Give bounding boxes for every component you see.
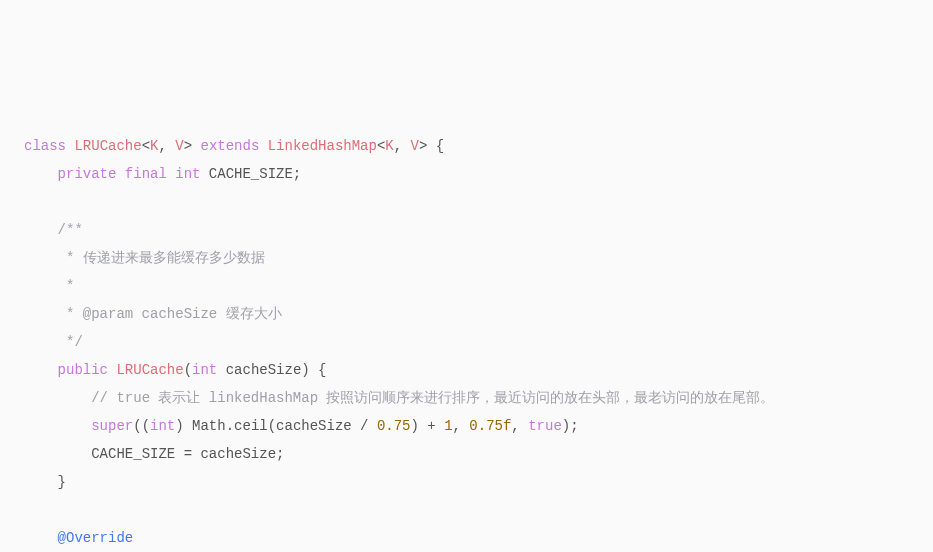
javadoc-close: */ bbox=[58, 334, 83, 350]
parent-class: LinkedHashMap bbox=[268, 138, 377, 154]
num-075f: 0.75f bbox=[469, 418, 511, 434]
javadoc-open: /** bbox=[58, 222, 83, 238]
field-cache-size: CACHE_SIZE; bbox=[200, 166, 301, 182]
assign-cache: CACHE_SIZE = cacheSize; bbox=[91, 446, 284, 462]
comment-true: // true 表示让 linkedHashMap 按照访问顺序来进行排序，最近… bbox=[91, 390, 774, 406]
kw-super: super bbox=[91, 418, 133, 434]
javadoc-desc: * 传递进来最多能缓存多少数据 bbox=[58, 250, 265, 266]
javadoc-param: * @param cacheSize 缓存大小 bbox=[58, 306, 282, 322]
kw-true: true bbox=[528, 418, 562, 434]
class-name: LRUCache bbox=[74, 138, 141, 154]
kw-class: class bbox=[24, 138, 66, 154]
kw-int: int bbox=[175, 166, 200, 182]
constructor: LRUCache bbox=[108, 362, 184, 378]
num-075: 0.75 bbox=[377, 418, 411, 434]
code-block: class LRUCache<K, V> extends LinkedHashM… bbox=[24, 132, 909, 552]
annotation-override: @Override bbox=[58, 530, 134, 546]
kw-private: private bbox=[58, 166, 117, 182]
num-1: 1 bbox=[444, 418, 452, 434]
kw-public: public bbox=[58, 362, 108, 378]
